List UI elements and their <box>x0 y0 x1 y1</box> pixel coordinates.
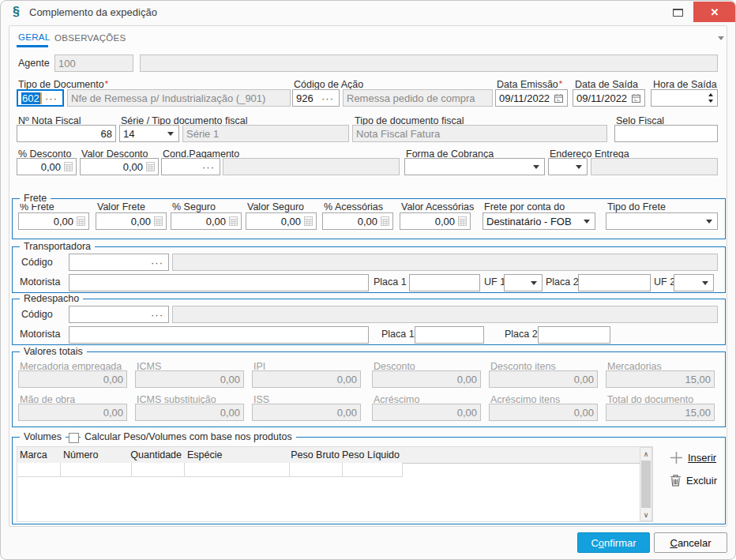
cond-pagamento-input[interactable]: ··· <box>161 158 220 175</box>
agente-code-field: 100 <box>54 54 133 72</box>
tipo-frete-dropdown[interactable] <box>606 212 718 230</box>
hora-saida-input[interactable] <box>651 89 718 107</box>
valor-acessorias-input[interactable]: 0,00 <box>400 212 471 230</box>
transportadora-legend: Transportadora <box>20 241 95 252</box>
trash-icon <box>670 474 682 487</box>
calculator-icon[interactable] <box>64 162 73 171</box>
calculator-icon[interactable] <box>154 216 163 226</box>
cell-peso-bruto[interactable] <box>290 463 343 477</box>
tipo-documento-code-input[interactable]: 602 ··· <box>17 89 64 107</box>
valor-desconto-value: 0,00 <box>81 161 146 173</box>
redespacho-codigo-input[interactable]: ··· <box>69 306 169 323</box>
data-saida-input[interactable]: 09/11/2022 <box>573 89 645 107</box>
pct-frete-input[interactable]: 0,00 <box>18 212 89 230</box>
valor-frete-input[interactable]: 0,00 <box>96 212 167 230</box>
endereco-entrega-dropdown[interactable] <box>548 158 588 175</box>
cond-pagamento-desc-field <box>223 158 400 175</box>
serie-desc-value: Série 1 <box>186 128 219 140</box>
calcular-peso-checkbox[interactable] <box>69 433 79 443</box>
pct-acessorias-value: 0,00 <box>323 216 381 227</box>
uf2-dropdown[interactable] <box>674 274 714 291</box>
forma-cobranca-dropdown[interactable] <box>404 158 545 175</box>
redespacho-placa1-input[interactable] <box>415 326 484 344</box>
nota-fiscal-value: 68 <box>17 128 115 140</box>
time-spinner[interactable] <box>708 93 717 103</box>
pct-seguro-input[interactable]: 0,00 <box>171 212 242 230</box>
placa2-input[interactable] <box>578 274 651 291</box>
uf2-label: UF 2 <box>654 276 675 288</box>
codigo-acao-code-value: 926 <box>296 92 314 104</box>
nota-fiscal-input[interactable]: 68 <box>17 125 116 142</box>
cancelar-button[interactable]: Cancelar <box>654 532 727 553</box>
spinner-down-icon[interactable] <box>708 100 713 103</box>
tab-geral[interactable]: GERAL <box>18 32 51 42</box>
icms-field: 0,00 <box>135 370 244 388</box>
frete-por-conta-dropdown[interactable]: Destinatário - FOB <box>483 212 595 230</box>
cell-especie[interactable] <box>185 463 290 477</box>
pct-acessorias-input[interactable]: 0,00 <box>322 212 393 230</box>
spinner-up-icon[interactable] <box>708 93 713 96</box>
ipi-value: 0,00 <box>253 374 360 385</box>
vertical-scrollbar[interactable]: ∧ ∨ <box>640 447 652 521</box>
selo-fiscal-input[interactable] <box>614 125 718 142</box>
redespacho-placa2-input[interactable] <box>538 326 610 344</box>
calculator-icon[interactable] <box>304 216 313 226</box>
confirmar-button[interactable]: Confirmar <box>577 532 650 553</box>
column-header-numero: Número <box>63 449 98 460</box>
scrollbar-down-icon[interactable]: ∨ <box>640 509 652 521</box>
cell-numero[interactable] <box>61 463 132 477</box>
redespacho-desc-field <box>172 306 718 323</box>
calculator-icon[interactable] <box>77 216 85 226</box>
calendar-icon[interactable] <box>631 93 641 103</box>
uf1-dropdown[interactable] <box>504 274 543 291</box>
data-saida-label: Data de Saída <box>575 79 638 90</box>
calendar-icon[interactable] <box>554 93 564 103</box>
data-emissao-input[interactable]: 09/11/2022 <box>495 89 568 107</box>
codigo-acao-lookup-button[interactable]: ··· <box>321 92 339 104</box>
tipo-documento-lookup-button[interactable]: ··· <box>45 92 62 104</box>
scrollbar-up-icon[interactable]: ∧ <box>640 448 652 460</box>
redespacho-lookup-button[interactable]: ··· <box>151 309 168 321</box>
cond-pagamento-lookup-button[interactable]: ··· <box>202 161 220 173</box>
placa1-input[interactable] <box>409 274 480 291</box>
volumes-table[interactable]: Marca Número Quantidade Espécie Peso Bru… <box>17 446 653 522</box>
scrollbar-thumb[interactable] <box>641 460 651 508</box>
maximize-icon[interactable] <box>673 9 683 17</box>
cell-quantidade[interactable] <box>132 463 185 477</box>
acrescimo-itens-field: 0,00 <box>489 404 598 421</box>
transportadora-motorista-label: Motorista <box>20 276 60 288</box>
calculator-icon[interactable] <box>458 216 467 226</box>
calcular-peso-checkbox-label: Calcular Peso/Volumes com base nos produ… <box>81 431 296 442</box>
pct-desconto-input[interactable]: 0,00 <box>17 158 77 175</box>
title-bar[interactable]: § Complemento da expedição ✕ <box>1 1 735 24</box>
required-asterisk: * <box>105 79 108 88</box>
desconto-value: 0,00 <box>373 374 480 385</box>
redespacho-placa1-label: Placa 1 <box>381 329 415 340</box>
chevron-down-icon <box>576 165 582 169</box>
inserir-button[interactable]: Inserir <box>670 451 716 464</box>
codigo-acao-code-input[interactable]: 926 ··· <box>292 89 340 107</box>
tab-observacoes[interactable]: OBSERVAÇÕES <box>54 33 126 43</box>
iss-value: 0,00 <box>253 407 360 419</box>
chevron-down-icon <box>531 281 537 285</box>
frete-legend: Frete <box>20 193 51 204</box>
transportadora-codigo-input[interactable]: ··· <box>69 254 169 271</box>
close-button[interactable]: ✕ <box>693 2 736 22</box>
valor-desconto-input[interactable]: 0,00 <box>80 158 159 175</box>
cell-marca[interactable] <box>17 463 61 477</box>
valor-seguro-input[interactable]: 0,00 <box>246 212 317 230</box>
total-documento-field: 15,00 <box>606 404 715 421</box>
acrescimo-itens-value: 0,00 <box>490 407 597 419</box>
excluir-button[interactable]: Excluir <box>670 474 717 487</box>
tipo-documento-label: Tipo de Documento* <box>18 79 108 90</box>
cell-peso-liquido[interactable] <box>343 463 403 477</box>
close-icon: ✕ <box>711 6 719 18</box>
calculator-icon[interactable] <box>381 216 389 226</box>
redespacho-motorista-input[interactable] <box>69 326 369 344</box>
calculator-icon[interactable] <box>146 162 155 171</box>
tab-overflow-chevron-icon[interactable] <box>718 36 724 40</box>
serie-dropdown[interactable]: 14 <box>119 125 179 142</box>
transportadora-lookup-button[interactable]: ··· <box>151 257 168 269</box>
transportadora-motorista-input[interactable] <box>69 274 369 291</box>
calculator-icon[interactable] <box>229 216 238 226</box>
